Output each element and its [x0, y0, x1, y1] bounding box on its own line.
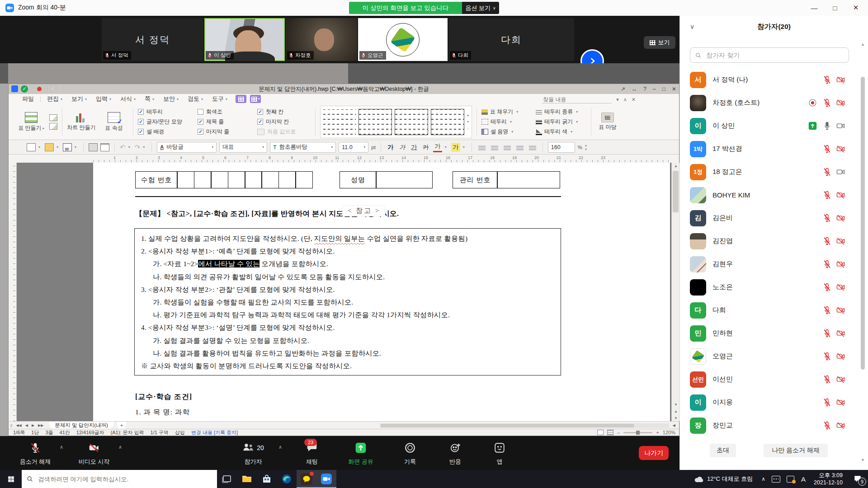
hwp-fullscreen-icon[interactable]: ↗	[621, 86, 625, 92]
participants-button[interactable]: 20 참가자 ∧	[226, 441, 280, 467]
view-layout-button[interactable]: 보기	[644, 36, 675, 49]
scroll-thumb[interactable]	[673, 171, 679, 212]
kakaotalk-button[interactable]	[297, 470, 316, 488]
participant-row[interactable]: 차정호 (호스트)	[680, 91, 858, 114]
unmute-button[interactable]: 음소거 해제 ∧	[9, 441, 61, 467]
taskbar-search[interactable]	[22, 470, 217, 488]
gallery-down-icon[interactable]: ▾	[467, 120, 469, 124]
record-button[interactable]: 기록	[390, 441, 430, 467]
participant-row[interactable]: 민민하현	[680, 322, 858, 345]
participant-row[interactable]: 선민이선민	[680, 368, 858, 391]
video-options-icon[interactable]: ∧	[118, 444, 122, 450]
participant-row[interactable]: 김현우	[680, 253, 858, 276]
participant-row[interactable]: BOHYE KIM	[680, 183, 858, 206]
table-style-2[interactable]	[359, 109, 392, 135]
start-button[interactable]	[0, 470, 22, 488]
participant-row[interactable]: 김김은비	[680, 206, 858, 230]
bookmark-icon[interactable]: ▯	[9, 423, 14, 427]
make-chart-button[interactable]: 차트 만들기	[67, 113, 96, 131]
video-tile[interactable]: 다희다희	[448, 18, 574, 61]
align-center-icon[interactable]	[491, 145, 498, 150]
table-style-4[interactable]	[431, 109, 464, 135]
video-tile[interactable]: 오영근	[358, 18, 448, 61]
menu-3[interactable]: 입력▾	[91, 94, 116, 104]
document-scrollbar[interactable]: ▲ ▼ ▲ ▼	[671, 163, 680, 421]
share-screen-button[interactable]: 화면 공유	[338, 441, 383, 467]
edge-button[interactable]	[277, 470, 297, 488]
zoom-in-icon[interactable]: +	[656, 430, 659, 435]
participant-row[interactable]: 김진엽	[680, 230, 858, 253]
participant-row[interactable]: 다다희	[680, 299, 858, 322]
table-style-gallery[interactable]: ▴▾↓	[320, 106, 472, 138]
chat-button[interactable]: 23 채팅	[292, 441, 332, 467]
scroll-up-icon[interactable]: ▲	[672, 163, 680, 169]
view-options-button[interactable]: 옵션 보기 ∨	[462, 2, 499, 14]
align-left-icon[interactable]	[478, 145, 486, 150]
font-color-button[interactable]: 가	[433, 142, 442, 152]
ribbon-check[interactable]: ✓테두리	[138, 108, 191, 117]
redo-icon[interactable]: ↷	[135, 143, 141, 151]
participant-row[interactable]: 이이지웅	[680, 391, 858, 414]
table-style-3[interactable]	[395, 109, 428, 135]
erase-table-icon[interactable]	[49, 123, 57, 130]
bold-button[interactable]: 가	[386, 143, 395, 152]
store-button[interactable]	[257, 470, 277, 488]
panel-scroll-up-icon[interactable]: ▲	[861, 42, 865, 47]
hwp-restore-button[interactable]: □	[662, 86, 665, 92]
reactions-button[interactable]: 반응	[435, 441, 476, 467]
hwp-close-button[interactable]: ✕	[672, 86, 676, 92]
table-template-button[interactable]: 표 마당	[596, 113, 619, 131]
next-page-icon[interactable]: ▼	[672, 415, 680, 421]
align-justify-icon[interactable]	[516, 145, 524, 150]
participant-search[interactable]	[690, 47, 849, 63]
hwp-arrange-icon[interactable]: ↔	[632, 86, 637, 92]
task-view-button[interactable]	[217, 470, 237, 488]
first-tab-icon[interactable]: ◀◀	[14, 423, 23, 427]
participant-row[interactable]: 장장민교	[680, 414, 858, 437]
make-table-button[interactable]: 표 만들기 ▾	[17, 112, 46, 132]
ribbon-check[interactable]: ✓글자/문단 모양	[138, 117, 191, 127]
menu-1[interactable]: 편집▾	[42, 94, 67, 104]
border-kind-button[interactable]: 테두리 종류▾	[536, 108, 586, 117]
hwp-minimize-button[interactable]: –	[653, 86, 656, 92]
open-document-icon[interactable]	[45, 143, 54, 151]
new-document-icon[interactable]	[27, 143, 36, 151]
gallery-expand-icon[interactable]: ↓	[467, 127, 469, 131]
line-spacing-input[interactable]: 160	[548, 142, 575, 153]
ribbon-check[interactable]: ✓제목 줄	[198, 117, 251, 127]
ribbon-check[interactable]: 처음 값으로	[257, 127, 311, 136]
view-mode-1-icon[interactable]	[597, 430, 604, 435]
menu-4[interactable]: 서식▾	[116, 94, 140, 104]
find-prev-icon[interactable]: ∧	[623, 97, 627, 103]
toolbar-table-button[interactable]: ▾	[250, 95, 261, 103]
ribbon-check[interactable]: ✓셀 배경	[138, 127, 191, 136]
border-button[interactable]: 테두리▾	[481, 117, 532, 127]
font-size-input[interactable]: 11.0▾	[339, 142, 368, 153]
ribbon-check[interactable]: ✓마지막 줄	[198, 127, 251, 136]
search-input[interactable]	[37, 475, 202, 483]
border-color-button[interactable]: 테두리 색▾	[536, 127, 586, 136]
notification-tray-icon[interactable]	[783, 476, 797, 483]
action-center-button[interactable]: 9	[847, 470, 868, 488]
undo-icon[interactable]: ↶	[120, 143, 126, 151]
hscroll-left-icon[interactable]: ◀	[671, 423, 677, 427]
participant-row[interactable]: 오영근	[680, 345, 858, 368]
underline-button[interactable]: 가	[410, 143, 419, 152]
view-mode-2-icon[interactable]	[607, 430, 613, 435]
new-tab-button[interactable]: +	[116, 422, 127, 429]
document-area[interactable]: 수험 번호 성명 관리 번호 【문제】 <참고>, [교수·학습 조건], [자…	[9, 163, 671, 421]
file-explorer-button[interactable]	[237, 470, 257, 488]
close-button[interactable]: ✕	[845, 0, 866, 15]
ribbon-check[interactable]: ✓마지막 칸	[257, 117, 311, 127]
table-properties-button[interactable]: 표 속성	[99, 112, 128, 132]
table-fill-button[interactable]: 표 채우기▾	[481, 108, 532, 117]
participant-row[interactable]: 1정18 정고은	[680, 160, 858, 183]
zoom-taskbar-button[interactable]	[316, 470, 336, 488]
participants-options-icon[interactable]: ∧	[278, 444, 282, 450]
gallery-up-icon[interactable]: ▴	[467, 113, 469, 117]
unmute-all-button[interactable]: 나만 음소거 해제	[764, 444, 828, 457]
video-tile[interactable]: 서 정덕서 정덕	[102, 18, 203, 61]
panel-scroll-down-icon[interactable]: ▼	[861, 458, 865, 462]
participant-row[interactable]: 1박17 박선경	[680, 137, 858, 160]
ime-indicator[interactable]: A	[797, 475, 809, 483]
